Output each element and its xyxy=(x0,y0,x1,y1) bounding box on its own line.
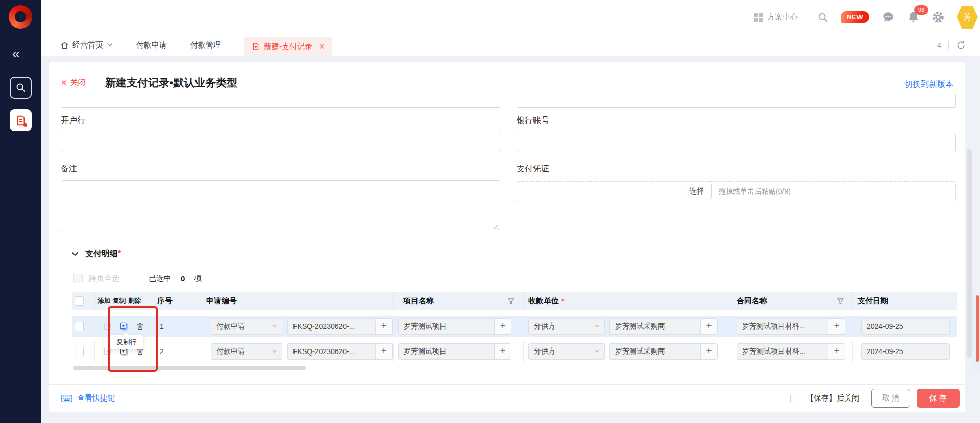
truncated-input[interactable] xyxy=(61,94,500,108)
apply-type-select[interactable]: 付款申请 xyxy=(211,343,282,360)
project-field[interactable]: 罗芳测试项目 xyxy=(398,318,511,335)
voucher-upload-area[interactable]: 选择 拖拽或单击后粘贴(0/9) xyxy=(517,181,956,201)
selected-unit: 项 xyxy=(194,274,202,284)
close-page-button[interactable]: ✕ 关闭 xyxy=(61,78,86,87)
row-seq: 2 xyxy=(160,347,164,356)
chat-icon[interactable] xyxy=(881,11,895,24)
selected-count: 0 xyxy=(181,274,185,283)
contract-field[interactable]: 罗芳测试项目材料... xyxy=(737,343,845,360)
truncated-input[interactable] xyxy=(517,94,956,108)
filter-icon[interactable] xyxy=(507,297,515,305)
close-after-save-label: 【保存】后关闭 xyxy=(806,393,860,403)
doc-plus-icon xyxy=(252,42,260,51)
search-icon[interactable] xyxy=(817,12,828,23)
payee-type-select[interactable]: 分供方 xyxy=(528,343,605,360)
project-header: 项目名称 xyxy=(403,296,434,306)
chevron-down-icon xyxy=(107,43,113,47)
copy-row-tooltip: 复制行 xyxy=(110,335,143,349)
table-header: 添加 复制 删除 序号 申请编号 项目名称 收款单位 xyxy=(72,292,957,310)
section-chevron-down-icon[interactable] xyxy=(71,252,79,256)
tab-bar: 经营首页 付款申请 付款管理 新建-支付记录 ✕ 4 xyxy=(41,34,980,56)
delete-column-header: 删除 xyxy=(128,297,141,306)
close-after-save-checkbox[interactable] xyxy=(790,394,799,403)
divider xyxy=(948,41,949,49)
sidebar-item-document[interactable] xyxy=(10,109,32,131)
add-reference-button[interactable] xyxy=(700,344,717,359)
tab-home-label: 经营首页 xyxy=(72,40,103,50)
apply-no-field[interactable]: FKSQ-20230620-... xyxy=(287,343,393,360)
vertical-scrollbar[interactable] xyxy=(967,149,972,358)
account-input[interactable] xyxy=(517,133,956,152)
avatar[interactable]: 芳 xyxy=(957,6,978,29)
remark-textarea[interactable] xyxy=(61,180,500,231)
switch-version-link[interactable]: 切换到新版本 xyxy=(904,79,953,90)
bank-input[interactable] xyxy=(61,133,500,152)
project-field[interactable]: 罗芳测试项目 xyxy=(398,343,511,360)
notification-dot xyxy=(23,123,27,127)
row-seq: 1 xyxy=(160,322,164,331)
upload-hint: 拖拽或单击后粘贴(0/9) xyxy=(719,187,791,196)
new-badge[interactable]: NEW xyxy=(841,11,869,23)
pay-date-field[interactable]: 2024-09-25 xyxy=(861,318,950,335)
plan-center-button[interactable]: 方案中心 xyxy=(754,12,798,22)
topbar: 方案中心 NEW 93 芳 xyxy=(41,0,980,34)
apply-no-field[interactable]: FKSQ-20230620-... xyxy=(287,318,393,335)
table-row: 1 付款申请 FKSQ-20230620-... 罗芳测试项目 xyxy=(72,316,957,337)
cancel-button[interactable]: 取 消 xyxy=(871,389,910,408)
add-reference-button[interactable] xyxy=(700,319,717,334)
add-reference-button[interactable] xyxy=(828,344,845,359)
horizontal-scrollbar[interactable] xyxy=(74,366,306,370)
add-reference-button[interactable] xyxy=(494,319,511,334)
copy-row-icon[interactable] xyxy=(119,322,128,331)
app-logo-icon xyxy=(9,5,32,29)
notification-count-badge: 93 xyxy=(914,5,928,15)
tab-home[interactable]: 经营首页 xyxy=(60,34,113,56)
view-shortcuts-link[interactable]: 查看快捷键 xyxy=(61,393,115,403)
cross-page-select-checkbox[interactable] xyxy=(74,274,83,283)
tab-payment-manage[interactable]: 付款管理 xyxy=(190,34,221,56)
add-row-icon[interactable] xyxy=(103,322,112,331)
close-icon: ✕ xyxy=(61,78,67,87)
add-reference-button[interactable] xyxy=(828,319,845,334)
sidebar: « xyxy=(0,0,41,423)
search-icon xyxy=(15,82,26,93)
copy-column-header: 复制 xyxy=(113,297,126,306)
add-reference-button[interactable] xyxy=(375,344,392,359)
payee-name-field[interactable]: 罗芳测试采购商 xyxy=(609,343,718,360)
add-reference-button[interactable] xyxy=(494,344,511,359)
delete-row-icon[interactable] xyxy=(136,322,144,331)
contract-header: 合同名称 xyxy=(737,296,767,306)
table-row: 2 付款申请 FKSQ-20230620-... 罗芳测试项目 xyxy=(72,341,957,362)
apply-type-select[interactable]: 付款申请 xyxy=(211,318,282,335)
close-tab-icon[interactable]: ✕ xyxy=(318,42,325,51)
payee-name-field[interactable]: 罗芳测试采购商 xyxy=(609,318,718,335)
add-reference-button[interactable] xyxy=(375,319,392,334)
tab-new-payment-record[interactable]: 新建-支付记录 ✕ xyxy=(244,37,332,56)
seq-header: 序号 xyxy=(157,296,173,306)
row-checkbox[interactable] xyxy=(75,322,84,331)
payee-type-select[interactable]: 分供方 xyxy=(528,318,605,335)
save-button[interactable]: 保 存 xyxy=(917,389,960,408)
plan-center-label: 方案中心 xyxy=(767,12,798,22)
table-edge-strip xyxy=(973,292,980,370)
chevron-down-icon xyxy=(594,349,600,353)
table-vertical-scrollbar[interactable] xyxy=(976,295,979,362)
apply-no-header: 申请编号 xyxy=(206,296,237,306)
sidebar-item-search[interactable] xyxy=(10,77,32,99)
row-checkbox[interactable] xyxy=(75,347,84,356)
new-payment-record-panel: ✕ 关闭 新建支付记录•默认业务类型 切换到新版本 开户行 银行账号 备注 支付… xyxy=(49,62,965,412)
contract-field[interactable]: 罗芳测试项目材料... xyxy=(737,318,845,335)
gear-icon[interactable] xyxy=(932,11,944,24)
choose-file-button[interactable]: 选择 xyxy=(682,184,712,199)
refresh-icon[interactable] xyxy=(956,40,966,50)
app-window: « 方案中心 NEW xyxy=(0,0,980,423)
selected-label: 已选中 xyxy=(149,274,172,284)
notifications-button[interactable]: 93 xyxy=(907,11,920,24)
select-all-checkbox[interactable] xyxy=(75,296,84,306)
cross-page-select-label: 跨页全选 xyxy=(89,274,119,284)
page-title: 新建支付记录•默认业务类型 xyxy=(105,76,237,90)
collapse-sidebar-icon[interactable]: « xyxy=(12,47,20,61)
tab-payment-request[interactable]: 付款申请 xyxy=(136,34,167,56)
filter-icon[interactable] xyxy=(837,297,844,305)
pay-date-field[interactable]: 2024-09-25 xyxy=(861,343,950,360)
